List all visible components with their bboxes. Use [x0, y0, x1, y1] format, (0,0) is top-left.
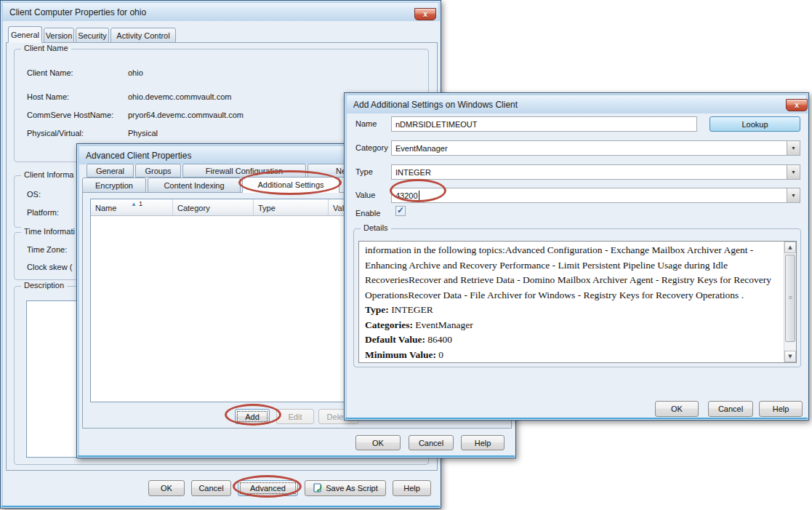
host-name-label: Host Name: — [27, 92, 69, 101]
cancel-button[interactable]: Cancel — [409, 435, 454, 450]
tab-label: General — [11, 31, 39, 39]
client-name-value: ohio — [128, 68, 143, 77]
button-label: Add — [245, 413, 260, 421]
column-header-name[interactable]: Name ▲ 1 — [91, 199, 173, 215]
details-textbox[interactable]: information in the following topics:Adva… — [358, 241, 797, 363]
client-properties-titlebar[interactable]: Client Computer Properties for ohio — [3, 3, 438, 21]
type-label: Type — [355, 167, 373, 176]
scroll-down-icon[interactable]: ▼ — [784, 351, 796, 362]
detail-label: Categories: — [365, 319, 413, 330]
cancel-button[interactable]: Cancel — [191, 480, 231, 496]
group-title: Client Name — [21, 44, 71, 52]
tab-label: Activity Control — [116, 31, 169, 40]
details-categories-row: Categories: EventManager — [365, 318, 780, 333]
dialog-title: Client Computer Properties for ohio — [9, 7, 146, 17]
detail-label: Default Value: — [365, 334, 425, 345]
sort-indicator: ▲ 1 — [131, 200, 142, 207]
button-label: Help — [773, 405, 789, 413]
scrollbar-thumb[interactable]: ≡ — [785, 255, 795, 342]
ok-button[interactable]: OK — [355, 435, 401, 450]
tab-activity-control[interactable]: Activity Control — [110, 28, 176, 43]
tab-content-indexing[interactable]: Content Indexing — [148, 178, 241, 193]
details-minimum-value-row: Minimum Value: 0 — [365, 348, 780, 361]
column-label: Type — [258, 204, 276, 212]
tab-firewall-configuration[interactable]: Firewall Configuration — [182, 164, 306, 178]
os-label: OS: — [27, 190, 41, 199]
dialog-title: Advanced Client Properties — [86, 151, 191, 161]
column-header-category[interactable]: Category — [173, 199, 254, 215]
group-title: Details — [361, 223, 391, 232]
button-label: OK — [161, 484, 172, 493]
commserve-hostname-label: CommServe HostName: — [27, 111, 113, 119]
enable-checkbox[interactable]: ✓ — [395, 206, 406, 216]
tab-security[interactable]: Security — [76, 28, 109, 43]
dialog-title: Add Additional Settings on Windows Clien… — [353, 100, 518, 110]
check-icon: ✓ — [397, 205, 404, 215]
value-combobox[interactable]: 43200 ▼ — [391, 188, 800, 203]
button-label: Advanced — [250, 484, 286, 493]
button-label: Cancel — [419, 439, 443, 447]
name-input[interactable] — [391, 116, 697, 132]
details-type-row: Type: INTEGER — [365, 303, 780, 318]
cancel-button[interactable]: Cancel — [708, 401, 753, 417]
edit-button[interactable]: Edit — [276, 409, 314, 424]
text-cursor — [419, 191, 419, 200]
tab-label: Encryption — [95, 181, 133, 190]
button-label: Save As Script — [326, 484, 378, 493]
help-button[interactable]: Help — [759, 401, 803, 417]
lookup-button[interactable]: Lookup — [710, 116, 800, 132]
save-as-script-button[interactable]: Save As Script — [305, 480, 386, 496]
details-default-value-row: Default Value: 86400 — [365, 332, 780, 348]
help-button[interactable]: Help — [393, 480, 431, 496]
help-button[interactable]: Help — [461, 435, 505, 450]
physical-virtual-value: Physical — [128, 129, 158, 138]
group-title: Description — [21, 281, 67, 290]
tab-groups[interactable]: Groups — [135, 164, 181, 178]
commserve-hostname-value: pryor64.devemc.commvault.com — [128, 111, 244, 119]
close-icon[interactable]: x — [786, 99, 808, 111]
chevron-down-icon[interactable]: ▼ — [787, 141, 800, 155]
enable-label: Enable — [355, 209, 380, 218]
tab-label: Firewall Configuration — [206, 167, 283, 175]
button-label: OK — [372, 439, 384, 447]
time-zone-label: Time Zone: — [27, 245, 67, 254]
tab-additional-settings[interactable]: Additional Settings — [242, 177, 339, 193]
tab-general-adv[interactable]: General — [87, 164, 134, 178]
detail-value: 86400 — [427, 334, 452, 345]
ok-button[interactable]: OK — [148, 480, 185, 496]
combo-value: EventManager — [395, 144, 448, 153]
value-label: Value — [355, 191, 375, 199]
tab-general[interactable]: General — [8, 26, 42, 43]
button-label: Edit — [289, 413, 302, 421]
tab-label: Content Indexing — [164, 181, 224, 190]
add-button[interactable]: Add — [235, 409, 270, 424]
tab-version[interactable]: Version — [44, 28, 74, 43]
type-combobox[interactable]: INTEGER ▼ — [391, 164, 800, 180]
ok-button[interactable]: OK — [655, 401, 699, 417]
category-combobox[interactable]: EventManager ▼ — [391, 140, 800, 156]
chevron-down-icon[interactable]: ▼ — [787, 165, 800, 179]
tab-label: Version — [46, 31, 73, 40]
add-additional-settings-dialog: Add Additional Settings on Windows Clien… — [344, 92, 809, 421]
detail-value: EventManager — [415, 319, 473, 330]
column-header-type[interactable]: Type — [254, 199, 329, 215]
button-label: Lookup — [741, 120, 768, 129]
tab-label: Additional Settings — [257, 180, 323, 189]
add-settings-titlebar[interactable]: Add Additional Settings on Windows Clien… — [347, 95, 806, 113]
advanced-button[interactable]: Advanced — [238, 480, 298, 496]
button-label: Cancel — [718, 405, 743, 413]
details-paragraph: information in the following topics:Adva… — [365, 244, 771, 300]
group-title: Client Informa — [21, 170, 76, 179]
tab-label: Groups — [145, 167, 171, 175]
name-label: Name — [355, 119, 377, 128]
button-label: Help — [403, 484, 420, 493]
sort-order-number: 1 — [139, 200, 142, 207]
details-scrollbar[interactable]: ▲ ≡ ▼ — [784, 242, 796, 362]
script-icon — [313, 483, 323, 493]
scroll-up-icon[interactable]: ▲ — [784, 242, 796, 253]
tab-encryption[interactable]: Encryption — [82, 178, 146, 193]
platform-label: Platform: — [27, 208, 59, 217]
close-icon[interactable]: x — [414, 8, 436, 20]
chevron-down-icon[interactable]: ▼ — [787, 188, 800, 202]
sort-asc-icon: ▲ — [131, 201, 137, 207]
